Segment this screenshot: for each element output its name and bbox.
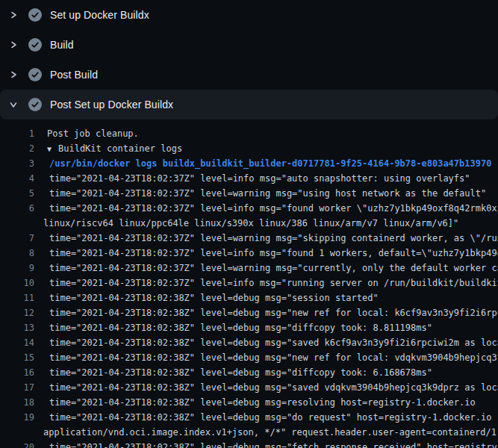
log-line-number[interactable]: 12: [0, 305, 34, 320]
log-line-text: time="2021-04-23T18:02:37Z" level=info m…: [49, 278, 498, 288]
log-line-text: time="2021-04-23T18:02:37Z" level=info m…: [49, 248, 498, 258]
log-line-number[interactable]: 8: [0, 246, 34, 261]
log-line-number[interactable]: 15: [0, 350, 34, 365]
log-line: 12 time="2021-04-23T18:02:38Z" level=deb…: [0, 305, 498, 320]
step-title: Set up Docker Buildx: [50, 9, 149, 21]
step-title: Post Build: [50, 69, 98, 81]
log-line-number[interactable]: 5: [0, 186, 34, 201]
chevron-down-icon: [8, 99, 19, 110]
log-line: application/vnd.oci.image.index.v1+json,…: [0, 425, 498, 440]
step-header[interactable]: Post Set up Docker Buildx: [0, 90, 498, 119]
log-line: 8 time="2021-04-23T18:02:37Z" level=info…: [0, 246, 498, 261]
check-circle-icon: [28, 38, 42, 52]
log-line: 15 time="2021-04-23T18:02:38Z" level=deb…: [0, 350, 498, 365]
log-line: linux/riscv64 linux/ppc64le linux/s390x …: [0, 216, 498, 231]
log-group-toggle-icon[interactable]: ▼: [47, 142, 58, 156]
log-line-number[interactable]: 10: [0, 276, 34, 290]
log-line-text: time="2021-04-23T18:02:37Z" level=warnin…: [49, 233, 498, 243]
log-line-text: time="2021-04-23T18:02:38Z" level=debug …: [49, 323, 432, 333]
log-line-text: time="2021-04-23T18:02:38Z" level=debug …: [49, 293, 379, 303]
log-line: 11 time="2021-04-23T18:02:38Z" level=deb…: [0, 290, 498, 305]
log-line: 5 time="2021-04-23T18:02:37Z" level=warn…: [0, 186, 498, 201]
log-line-text: time="2021-04-23T18:02:38Z" level=debug …: [49, 382, 498, 393]
log-line-text: Post job cleanup.: [47, 128, 139, 139]
chevron-right-icon: [8, 40, 19, 50]
log-line-number[interactable]: 11: [0, 290, 34, 305]
log-line-text: time="2021-04-23T18:02:38Z" level=debug …: [49, 337, 498, 348]
log-line-number[interactable]: 16: [0, 365, 34, 380]
log-line: 17 time="2021-04-23T18:02:38Z" level=deb…: [0, 380, 498, 395]
steps-list: Set up Docker Buildx Build: [0, 0, 498, 119]
log-line-text: /usr/bin/docker logs buildx_buildkit_bui…: [49, 158, 491, 169]
log-line: 16 time="2021-04-23T18:02:38Z" level=deb…: [0, 365, 498, 380]
log-line-text: BuildKit container logs: [58, 143, 182, 154]
log-line-number[interactable]: 18: [0, 395, 34, 410]
log-line-text: time="2021-04-23T18:02:37Z" level=warnin…: [49, 188, 486, 199]
log-line: 1 Post job cleanup.: [0, 126, 498, 141]
chevron-right-icon: [8, 69, 19, 80]
log-line: 2 ▼BuildKit container logs: [0, 141, 498, 156]
check-circle-icon: [28, 98, 42, 111]
log-line: 9 time="2021-04-23T18:02:37Z" level=warn…: [0, 261, 498, 276]
log-line: 13 time="2021-04-23T18:02:38Z" level=deb…: [0, 320, 498, 335]
step-title: Post Set up Docker Buildx: [50, 99, 173, 111]
log-line: 10 time="2021-04-23T18:02:37Z" level=inf…: [0, 276, 498, 290]
step-header[interactable]: Build: [0, 30, 498, 60]
step-title: Build: [50, 39, 74, 51]
log-line-number[interactable]: 3: [0, 156, 34, 171]
log-line: 18 time="2021-04-23T18:02:38Z" level=deb…: [0, 395, 498, 410]
log-line-text: application/vnd.oci.image.index.v1+json,…: [43, 427, 498, 438]
log-line-text: linux/riscv64 linux/ppc64le linux/s390x …: [43, 218, 458, 228]
check-circle-icon: [28, 68, 42, 81]
log-line-number[interactable]: 6: [0, 201, 34, 216]
log-line-number[interactable]: [0, 425, 34, 440]
log-line-number[interactable]: 13: [0, 320, 34, 335]
log-line-text: time="2021-04-23T18:02:38Z" level=debug …: [49, 442, 498, 448]
log-line-number[interactable]: 9: [0, 261, 34, 276]
log-line-number[interactable]: 4: [0, 171, 34, 186]
check-circle-icon: [28, 8, 42, 22]
step-header[interactable]: Post Build: [0, 60, 498, 90]
log-line: 6 time="2021-04-23T18:02:37Z" level=info…: [0, 201, 498, 216]
log-line-number[interactable]: 14: [0, 335, 34, 350]
chevron-right-icon: [8, 10, 19, 20]
log-line-number[interactable]: [0, 216, 34, 231]
log-line-number[interactable]: 7: [0, 231, 34, 246]
log-line-text: time="2021-04-23T18:02:38Z" level=debug …: [49, 367, 432, 378]
log-line: 20 time="2021-04-23T18:02:38Z" level=deb…: [0, 440, 498, 448]
log-line-text: time="2021-04-23T18:02:38Z" level=debug …: [49, 412, 498, 423]
log-line-text: time="2021-04-23T18:02:37Z" level=info m…: [49, 173, 470, 184]
log-line: 7 time="2021-04-23T18:02:37Z" level=warn…: [0, 231, 498, 246]
step-header[interactable]: Set up Docker Buildx: [0, 0, 498, 30]
log-line-number[interactable]: 1: [0, 126, 34, 141]
log-line-number[interactable]: 19: [0, 410, 34, 425]
log-line-number[interactable]: 17: [0, 380, 34, 395]
log-line-text: time="2021-04-23T18:02:38Z" level=debug …: [49, 397, 476, 408]
log-line-number[interactable]: 20: [0, 440, 34, 448]
log-line-text: time="2021-04-23T18:02:37Z" level=warnin…: [49, 263, 498, 273]
log-line-text: time="2021-04-23T18:02:37Z" level=info m…: [49, 203, 498, 214]
log-line-text: time="2021-04-23T18:02:38Z" level=debug …: [49, 308, 498, 318]
log-line-number[interactable]: 2: [0, 141, 34, 156]
log-line: 14 time="2021-04-23T18:02:38Z" level=deb…: [0, 335, 498, 350]
log-line: 4 time="2021-04-23T18:02:37Z" level=info…: [0, 171, 498, 186]
log-viewer: 1 Post job cleanup. 2 ▼BuildKit containe…: [0, 126, 498, 448]
log-line: 19 time="2021-04-23T18:02:38Z" level=deb…: [0, 410, 498, 425]
log-line: 3 /usr/bin/docker logs buildx_buildkit_b…: [0, 156, 498, 171]
log-line-text: time="2021-04-23T18:02:38Z" level=debug …: [49, 352, 498, 363]
